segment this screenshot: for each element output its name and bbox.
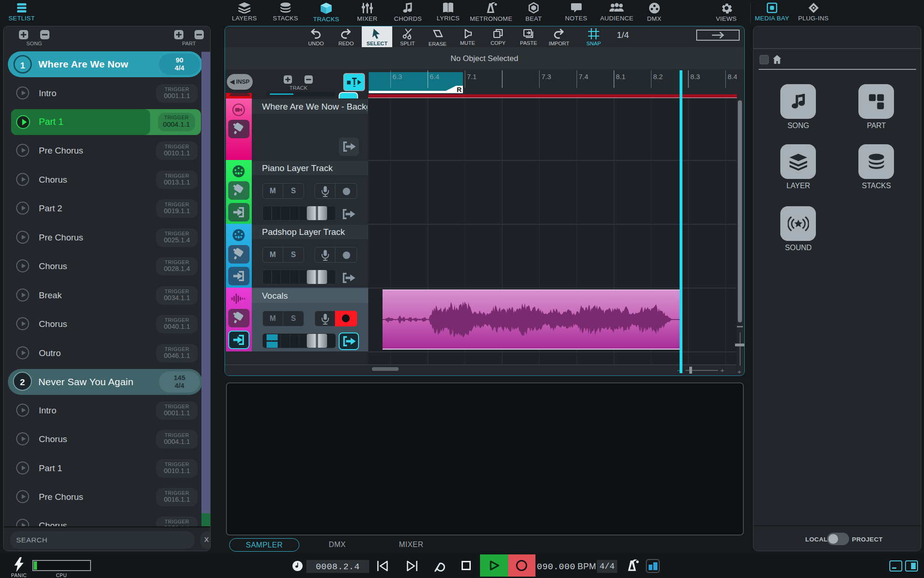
svg-text:R: R <box>457 86 462 93</box>
